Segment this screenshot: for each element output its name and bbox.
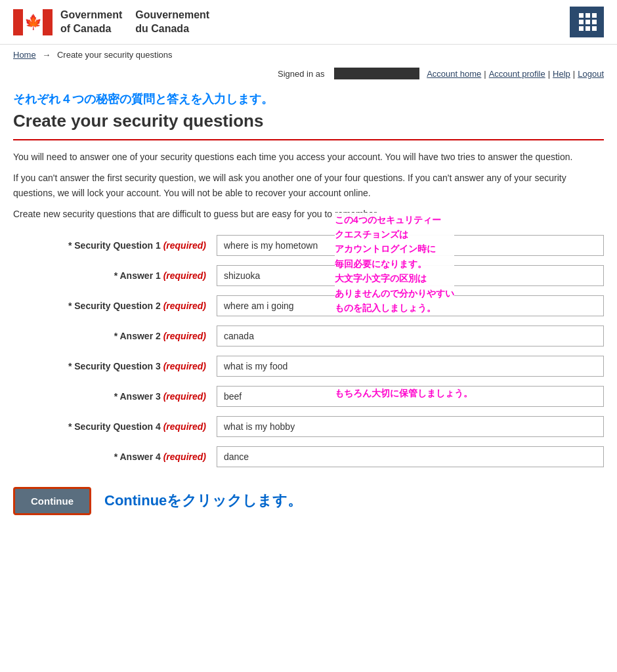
signed-in-value [334, 68, 419, 79]
nav-bar: Signed in as Account home | Account prof… [0, 65, 617, 85]
breadcrumb-arrow: → [42, 50, 51, 60]
continue-section: Continue Continueをクリックします。 [13, 487, 604, 515]
menu-button[interactable] [570, 7, 604, 37]
continue-button[interactable]: Continue [13, 487, 91, 515]
title-divider [13, 139, 604, 140]
question-1-label: * Security Question 1 (required) [13, 235, 217, 251]
question-4-input[interactable] [217, 416, 604, 437]
signed-in-label: Signed in as [278, 69, 325, 79]
page-title: Create your security questions [13, 111, 604, 131]
question-1-row: * Security Question 1 (required) [13, 235, 604, 256]
question-3-input[interactable] [217, 356, 604, 377]
header: 🍁 Governmentof Canada Gouvernementdu Can… [0, 0, 617, 45]
japanese-title: それぞれ４つの秘密の質問と答えを入力します。 [13, 91, 604, 107]
answer-4-input[interactable] [217, 446, 604, 467]
gov-fr: Gouvernementdu Canada [135, 9, 209, 36]
answer-3-input[interactable] [217, 386, 604, 407]
breadcrumb-current: Create your security questions [57, 50, 173, 60]
main-content: それぞれ４つの秘密の質問と答えを入力します。 Create your secur… [0, 85, 617, 535]
question-2-label: * Security Question 2 (required) [13, 295, 217, 311]
question-4-label: * Security Question 4 (required) [13, 416, 217, 432]
breadcrumb-home-link[interactable]: Home [13, 50, 36, 60]
logo: 🍁 Governmentof Canada Gouvernementdu Can… [13, 9, 209, 36]
description-2: If you can't answer the first security q… [13, 171, 604, 200]
answer-1-label: * Answer 1 (required) [13, 265, 217, 281]
question-3-row: * Security Question 3 (required) [13, 356, 604, 377]
gov-en: Governmentof Canada [60, 9, 122, 36]
maple-leaf-icon: 🍁 [24, 14, 42, 31]
answer-1-input[interactable] [217, 265, 604, 286]
breadcrumb: Home → Create your security questions [0, 45, 617, 65]
question-2-row: * Security Question 2 (required) [13, 295, 604, 316]
grid-icon [579, 13, 595, 31]
header-right [570, 7, 604, 37]
description-1: You will need to answer one of your secu… [13, 150, 604, 164]
answer-2-label: * Answer 2 (required) [13, 326, 217, 341]
question-3-label: * Security Question 3 (required) [13, 356, 217, 371]
answer-1-row: * Answer 1 (required) この4つのセキュリティー クエスチョ… [13, 265, 604, 286]
government-text: Governmentof Canada Gouvernementdu Canad… [60, 9, 209, 36]
description-3: Create new security questions that are d… [13, 207, 604, 221]
answer-4-row: * Answer 4 (required) [13, 446, 604, 467]
account-home-link[interactable]: Account home [427, 69, 481, 79]
answer-4-label: * Answer 4 (required) [13, 446, 217, 462]
question-2-input[interactable] [217, 295, 604, 316]
question-4-row: * Security Question 4 (required) [13, 416, 604, 437]
answer-2-input[interactable] [217, 326, 604, 346]
continue-annotation: Continueをクリックします。 [104, 491, 302, 511]
answer-3-row: * Answer 3 (required) もちろん大切に保管しましょう。 [13, 386, 604, 407]
question-1-input[interactable] [217, 235, 604, 256]
account-profile-link[interactable]: Account profile [489, 69, 545, 79]
answer-2-row: * Answer 2 (required) [13, 326, 604, 346]
canada-flag: 🍁 [13, 9, 53, 35]
security-questions-form: * Security Question 1 (required) * Answe… [13, 235, 604, 467]
answer-3-label: * Answer 3 (required) [13, 386, 217, 402]
logout-link[interactable]: Logout [578, 69, 604, 79]
help-link[interactable]: Help [553, 69, 570, 79]
